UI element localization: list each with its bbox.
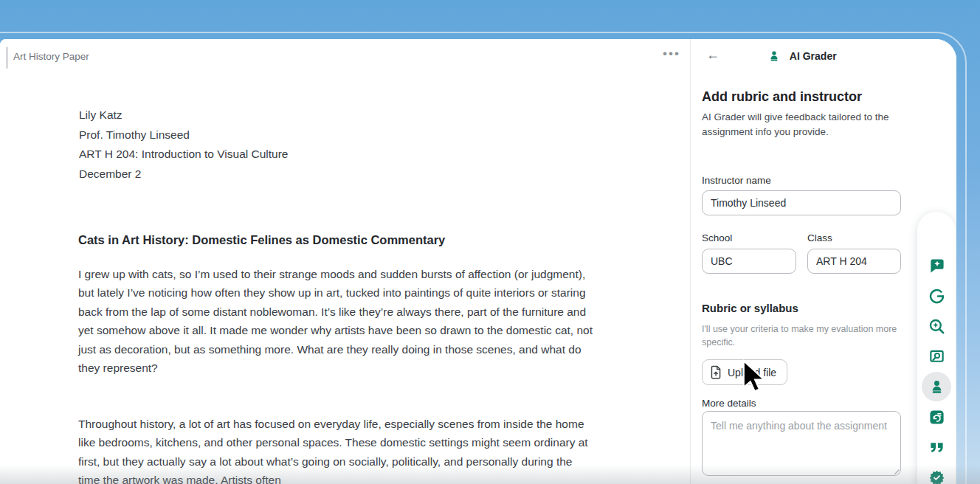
video-frame: Art History Paper ••• Lily Katz Prof. Ti… xyxy=(0,0,980,484)
app-window: Art History Paper ••• Lily Katz Prof. Ti… xyxy=(0,39,956,484)
panel-title-label: AI Grader xyxy=(790,50,837,62)
rubric-section-hint: I'll use your criteria to make my evalua… xyxy=(702,322,913,349)
document-menu-button[interactable]: ••• xyxy=(663,46,680,61)
essay-paragraph: I grew up with cats, so I’m used to thei… xyxy=(78,265,593,377)
upload-file-label: Upload file xyxy=(728,367,776,378)
file-upload-icon xyxy=(710,365,722,379)
panel-subheading: AI Grader will give feedback tailored to… xyxy=(702,110,910,139)
school-label: School xyxy=(702,232,732,243)
essay-paragraph: Throughout history, a lot of art has foc… xyxy=(78,415,593,484)
more-details-textarea[interactable] xyxy=(702,411,901,476)
comment-sparkle-icon[interactable] xyxy=(928,257,945,274)
search-sparkle-icon[interactable] xyxy=(928,317,945,335)
more-details-label: More details xyxy=(702,398,756,409)
document-header-block: Lily Katz Prof. Timothy Linseed ART H 20… xyxy=(79,106,288,184)
header-line: Lily Katz xyxy=(79,106,288,125)
grammarly-logo-icon[interactable] xyxy=(928,287,945,305)
header-line: December 2 xyxy=(79,165,288,184)
essay-title: Cats in Art History: Domestic Felines as… xyxy=(78,233,595,247)
header-line: Prof. Timothy Linseed xyxy=(79,125,288,145)
assistant-toolbar xyxy=(917,212,956,484)
citations-quote-icon[interactable] xyxy=(928,438,945,456)
paraphrase-icon[interactable] xyxy=(928,408,945,426)
panel-header: ← AI Grader xyxy=(691,39,956,75)
panel-heading: Add rubric and instructor xyxy=(702,89,862,105)
school-input[interactable] xyxy=(702,249,796,274)
document-title: Art History Paper xyxy=(13,51,89,62)
panel-title: AI Grader xyxy=(691,49,913,63)
document-editor[interactable]: Art History Paper ••• Lily Katz Prof. Ti… xyxy=(0,39,691,484)
checker-badge-icon[interactable] xyxy=(928,469,945,484)
instructor-name-input[interactable] xyxy=(702,190,901,215)
sidebar-collapse-handle[interactable] xyxy=(6,46,8,69)
plagiarism-book-icon[interactable] xyxy=(928,348,945,365)
class-input[interactable] xyxy=(807,249,901,274)
ai-grader-person-icon[interactable] xyxy=(928,378,945,395)
class-label: Class xyxy=(807,232,832,243)
rubric-section-heading: Rubric or syllabus xyxy=(702,302,798,314)
instructor-name-label: Instructor name xyxy=(702,175,771,186)
upload-file-button[interactable]: Upload file xyxy=(702,359,787,385)
header-line: ART H 204: Introduction to Visual Cultur… xyxy=(79,145,288,165)
ai-grader-person-icon xyxy=(767,49,781,63)
